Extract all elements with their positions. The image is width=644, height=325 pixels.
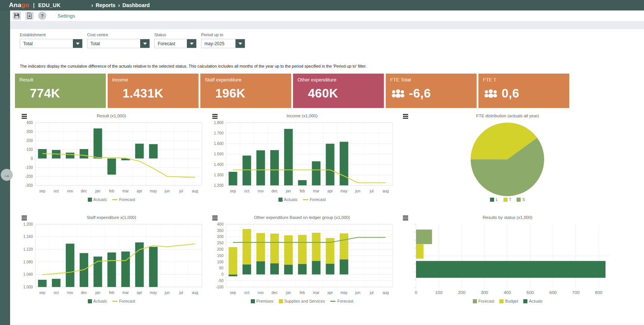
legend-square-swatch bbox=[503, 198, 508, 202]
chart-menu-icon[interactable] bbox=[22, 114, 27, 115]
breadcrumb-reports[interactable]: Reports bbox=[96, 2, 115, 8]
chart-menu-icon[interactable] bbox=[212, 216, 218, 217]
settings-link[interactable]: Settings bbox=[58, 13, 75, 19]
svg-text:400: 400 bbox=[27, 120, 33, 124]
chart-legend: ActualsForecast bbox=[18, 197, 205, 202]
establishment-dropdown[interactable]: Total bbox=[20, 39, 83, 48]
dropdown-button[interactable] bbox=[187, 39, 196, 48]
people-icon bbox=[391, 89, 405, 99]
period-dropdown[interactable]: may-2025 bbox=[201, 39, 245, 48]
download-icon bbox=[26, 12, 33, 19]
svg-text:jul: jul bbox=[369, 290, 373, 294]
chart-fte-distribution: FTE distribution (actuals all year) LTS bbox=[399, 113, 616, 202]
chart-results-by-status: Results by status (x1,000) 0100200300400… bbox=[399, 214, 616, 303]
svg-text:400: 400 bbox=[504, 290, 511, 294]
svg-text:250: 250 bbox=[217, 241, 224, 245]
legend-item[interactable]: Forecast bbox=[330, 299, 353, 303]
chart-menu-icon[interactable] bbox=[403, 114, 408, 115]
legend-item[interactable]: Budget bbox=[499, 299, 518, 303]
legend-label: Actuals bbox=[93, 197, 107, 202]
indicator-info-text: The indicators display the cumulative di… bbox=[20, 64, 644, 68]
anago-logo[interactable]: Anago bbox=[9, 1, 29, 9]
filter-label: Cost centre bbox=[87, 32, 150, 37]
kpi-label: Result bbox=[19, 77, 101, 83]
logo-accent: go bbox=[21, 1, 29, 9]
kpi-value: 460K bbox=[308, 86, 379, 100]
save-button[interactable] bbox=[13, 12, 21, 20]
svg-text:sep: sep bbox=[230, 189, 236, 193]
svg-text:500: 500 bbox=[527, 290, 534, 294]
svg-text:apr: apr bbox=[327, 290, 333, 294]
legend-item[interactable]: Forecast bbox=[112, 197, 135, 202]
svg-text:sep: sep bbox=[230, 290, 236, 294]
kpi-value: 1.431K bbox=[123, 86, 194, 100]
chevron-right-icon: › bbox=[91, 2, 93, 8]
chart-menu-icon[interactable] bbox=[212, 114, 218, 115]
expand-panel-button[interactable]: → bbox=[1, 169, 13, 181]
svg-text:150: 150 bbox=[217, 254, 224, 258]
kpi-result: Result 774K bbox=[15, 74, 106, 108]
svg-text:mar: mar bbox=[122, 290, 129, 294]
svg-text:jan: jan bbox=[286, 189, 291, 193]
legend-item[interactable]: Premises bbox=[251, 299, 274, 303]
svg-text:1.700: 1.700 bbox=[214, 131, 224, 135]
legend-item[interactable]: Actuals bbox=[523, 299, 542, 303]
legend-item[interactable]: Forecast bbox=[473, 299, 494, 303]
legend-label: Budget bbox=[505, 299, 518, 303]
legend-item[interactable]: S bbox=[517, 197, 525, 202]
chart-title: Result (x1,000) bbox=[18, 113, 205, 118]
svg-text:jan: jan bbox=[95, 189, 101, 193]
legend-label: T bbox=[509, 197, 512, 202]
legend-item[interactable]: Actuals bbox=[88, 197, 107, 202]
dropdown-button[interactable] bbox=[235, 39, 245, 48]
legend-item[interactable]: Actuals bbox=[278, 197, 298, 202]
chart-legend: ForecastBudgetActuals bbox=[399, 299, 616, 303]
legend-square-swatch bbox=[499, 299, 503, 303]
export-button[interactable] bbox=[25, 12, 34, 20]
legend-item[interactable]: T bbox=[503, 197, 512, 202]
breadcrumb-dashboard[interactable]: Dashboard bbox=[123, 2, 150, 8]
chart-legend: ActualsForecast bbox=[18, 299, 205, 303]
legend-item[interactable]: L bbox=[490, 197, 498, 202]
legend-item[interactable]: Forecast bbox=[303, 197, 326, 202]
svg-text:200: 200 bbox=[458, 290, 465, 294]
legend-label: Actuals bbox=[93, 299, 107, 303]
legend-item[interactable]: Actuals bbox=[88, 299, 107, 303]
chart-result: Result (x1,000) -300-200-100010020030040… bbox=[18, 113, 205, 202]
legend-item[interactable]: Supplies and Services bbox=[279, 299, 325, 303]
legend-label: Actuals bbox=[284, 197, 298, 202]
help-button[interactable]: ? bbox=[38, 12, 46, 20]
chart-menu-icon[interactable] bbox=[403, 216, 408, 217]
dropdown-button[interactable] bbox=[73, 39, 82, 48]
svg-text:jan: jan bbox=[95, 290, 101, 294]
status-dropdown[interactable]: Forecast bbox=[154, 39, 197, 48]
svg-text:may: may bbox=[341, 189, 348, 193]
svg-text:1.800: 1.800 bbox=[214, 120, 224, 124]
chart-menu-icon[interactable] bbox=[22, 216, 27, 217]
legend-item[interactable]: Forecast bbox=[112, 299, 135, 303]
kpi-staff-expenditure: Staff expenditure 196K bbox=[200, 74, 291, 108]
svg-text:1.500: 1.500 bbox=[214, 152, 224, 156]
chart-legend: LTS bbox=[399, 197, 616, 202]
chart-income: Income (x1,000) 1.2001.3001.4001.5001.60… bbox=[209, 113, 395, 202]
chevron-down-icon bbox=[190, 43, 194, 45]
legend-label: L bbox=[496, 197, 498, 202]
chart-canvas bbox=[399, 120, 616, 197]
svg-text:1.600: 1.600 bbox=[214, 142, 224, 146]
svg-text:-200: -200 bbox=[25, 174, 33, 179]
cost-centre-dropdown[interactable]: Total bbox=[87, 39, 150, 48]
chart-title: Other expenditure Based on ledger group … bbox=[209, 214, 395, 220]
svg-text:0: 0 bbox=[221, 272, 224, 276]
svg-text:-100: -100 bbox=[25, 165, 33, 170]
dropdown-value: may-2025 bbox=[201, 39, 235, 48]
svg-text:1.080: 1.080 bbox=[23, 260, 33, 264]
legend-square-swatch bbox=[517, 198, 521, 202]
legend-label: Forecast bbox=[310, 197, 326, 202]
dropdown-button[interactable] bbox=[140, 39, 150, 48]
kpi-income: Income 1.431K bbox=[108, 74, 198, 108]
svg-text:apr: apr bbox=[137, 290, 142, 294]
svg-text:oct: oct bbox=[54, 189, 59, 193]
chevron-down-icon bbox=[238, 43, 242, 45]
charts-grid: Result (x1,000) -300-200-100010020030040… bbox=[18, 113, 644, 303]
top-bar: Anago | EDU_UK › Reports › Dashboard bbox=[0, 0, 644, 10]
